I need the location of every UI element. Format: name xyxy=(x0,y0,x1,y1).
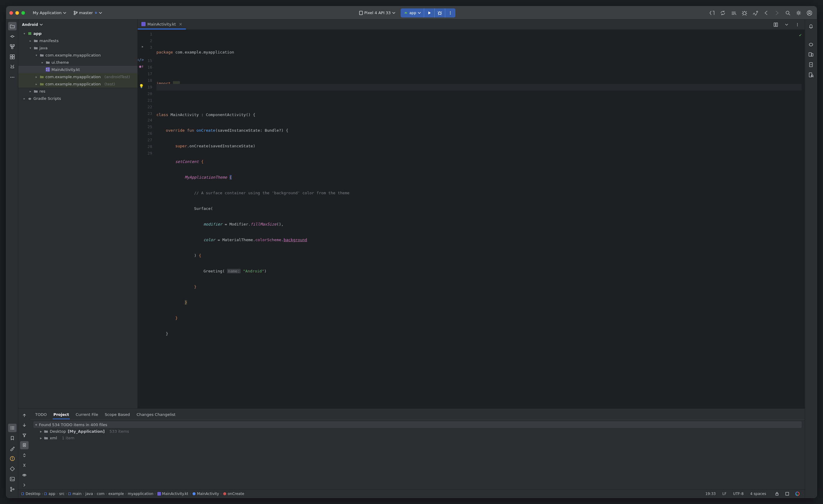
problems-tool-button[interactable] xyxy=(8,454,17,463)
reload-button[interactable] xyxy=(718,9,727,17)
project-view-selector: Android xyxy=(22,23,38,27)
project-selector[interactable]: My Application xyxy=(30,9,68,16)
play-icon xyxy=(427,11,431,15)
project-tool-button[interactable] xyxy=(8,22,17,30)
terminal-tool-button[interactable] xyxy=(8,475,17,483)
todo-collapse-button[interactable] xyxy=(20,461,29,469)
todo-tab-todo[interactable]: TODO xyxy=(35,410,47,419)
todo-autoscroll-button[interactable] xyxy=(20,441,29,449)
svg-rect-19 xyxy=(11,47,13,49)
tab-more-button[interactable] xyxy=(793,20,802,29)
user-icon xyxy=(806,10,812,16)
todo-prev-button[interactable] xyxy=(20,411,29,419)
device-manager-button[interactable] xyxy=(807,50,815,59)
structure-tool-button[interactable] xyxy=(8,42,17,51)
todo-row[interactable]: ▸xml 1 item xyxy=(33,435,802,441)
todo-next-button[interactable] xyxy=(20,421,29,429)
todo-preview-button[interactable] xyxy=(20,471,29,479)
svg-point-28 xyxy=(12,460,13,460)
svg-point-11 xyxy=(757,11,758,12)
vcs-branch-selector[interactable]: master xyxy=(71,9,105,16)
close-tab-button[interactable]: × xyxy=(179,22,183,26)
tree-node-java: java xyxy=(39,46,47,50)
search-everywhere-button[interactable] xyxy=(784,9,792,17)
make-button[interactable] xyxy=(729,9,738,17)
project-panel-header[interactable]: Android xyxy=(18,20,138,30)
code-with-me-button[interactable] xyxy=(708,9,716,17)
close-window-button[interactable] xyxy=(9,11,13,15)
readonly-toggle[interactable] xyxy=(773,490,781,498)
nav-back-button[interactable] xyxy=(762,9,770,17)
inspections-widget[interactable] xyxy=(783,490,791,498)
run-button[interactable] xyxy=(424,8,434,17)
bug-icon xyxy=(742,10,747,16)
settings-button[interactable] xyxy=(794,9,803,17)
emulator-tool-button[interactable] xyxy=(807,60,815,69)
nav-forward-button[interactable] xyxy=(773,9,781,17)
device-selector[interactable]: Pixel 4 API 33 xyxy=(357,9,398,16)
todo-tab-scope[interactable]: Scope Based xyxy=(104,410,131,419)
run-config-selector[interactable]: app xyxy=(401,8,424,17)
tree-node-pkg3: com.example.myapplication xyxy=(45,82,101,86)
breadcrumbs[interactable]: Desktop› app› src› main› java› com› exam… xyxy=(21,492,703,496)
account-button[interactable] xyxy=(805,9,814,17)
todo-tool-button[interactable] xyxy=(8,424,17,432)
code-area[interactable]: 1 2 3 15 16 17 18 19 20 21 22 2 xyxy=(138,30,805,408)
todo-more-button[interactable] xyxy=(20,481,29,489)
split-dropdown-button[interactable] xyxy=(782,20,791,29)
todo-tab-project[interactable]: Project xyxy=(53,410,69,419)
more-tool-button[interactable] xyxy=(8,73,17,81)
minimize-window-button[interactable] xyxy=(15,11,19,15)
todo-toolbar xyxy=(18,409,30,489)
todo-summary-row[interactable]: ▾Found 534 TODO items in 400 files xyxy=(33,421,802,428)
line-separator[interactable]: LF xyxy=(722,492,727,496)
fold-icon[interactable]: ▸ xyxy=(141,44,144,49)
debug-button[interactable] xyxy=(434,8,445,17)
tree-node-mainactivity: MainActivity.kt xyxy=(51,67,80,72)
maximize-window-button[interactable] xyxy=(21,11,25,15)
resource-manager-tool-button[interactable] xyxy=(8,53,17,61)
gradle-tool-button[interactable] xyxy=(807,40,815,48)
columns-icon xyxy=(773,22,778,27)
reader-mode-button[interactable] xyxy=(772,20,780,29)
kotlin-file-icon xyxy=(141,22,146,26)
commit-tool-button[interactable] xyxy=(8,32,17,41)
vcs-tool-button[interactable] xyxy=(8,485,17,493)
override-icon[interactable]: ◉↑ xyxy=(139,64,144,68)
svg-point-39 xyxy=(797,24,798,25)
svg-rect-43 xyxy=(157,492,161,496)
run-more-button[interactable] xyxy=(445,8,455,17)
svg-rect-33 xyxy=(28,32,31,35)
autoscroll-icon xyxy=(22,443,26,447)
code-tag-icon: </> xyxy=(138,57,144,62)
intention-bulb-icon[interactable]: 💡 xyxy=(139,84,144,89)
project-name: My Application xyxy=(33,11,62,15)
indent-config[interactable]: 4 spaces xyxy=(750,492,766,496)
notifications-button[interactable] xyxy=(807,22,815,30)
profiler-button[interactable] xyxy=(751,9,760,17)
attach-debugger-button[interactable] xyxy=(740,9,749,17)
inspection-tool-button[interactable] xyxy=(8,465,17,473)
file-encoding[interactable]: UTF-8 xyxy=(733,492,744,496)
shield-icon xyxy=(785,492,789,496)
todo-tab-current-file[interactable]: Current File xyxy=(75,410,99,419)
android-tool-button[interactable] xyxy=(8,63,17,71)
todo-tree[interactable]: ▾Found 534 TODO items in 400 files ▸Desk… xyxy=(30,419,805,443)
editor-tab-mainactivity[interactable]: MainActivity.kt × xyxy=(138,20,186,29)
svg-point-15 xyxy=(809,11,810,13)
todo-filter-button[interactable] xyxy=(20,431,29,439)
caret-position[interactable]: 19:33 xyxy=(705,492,716,496)
todo-tab-changes[interactable]: Changes Changelist xyxy=(136,410,176,419)
bookmarks-tool-button[interactable] xyxy=(8,434,17,442)
todo-row[interactable]: ▸Desktop [My_Application] 533 items xyxy=(33,428,802,435)
google-account-widget[interactable] xyxy=(793,490,802,498)
project-tree[interactable]: ▾app ▸manifests ▾java ▾com.example.myapp… xyxy=(18,30,138,408)
chevron-down-icon xyxy=(40,23,43,26)
build-tool-button[interactable] xyxy=(8,444,17,453)
analysis-ok-icon[interactable]: ✔ xyxy=(799,32,802,38)
device-explorer-button[interactable] xyxy=(807,71,815,79)
todo-expand-button[interactable] xyxy=(20,451,29,459)
arrow-up-icon xyxy=(22,413,26,417)
folder-icon xyxy=(34,38,38,43)
elephant-icon xyxy=(808,41,814,47)
